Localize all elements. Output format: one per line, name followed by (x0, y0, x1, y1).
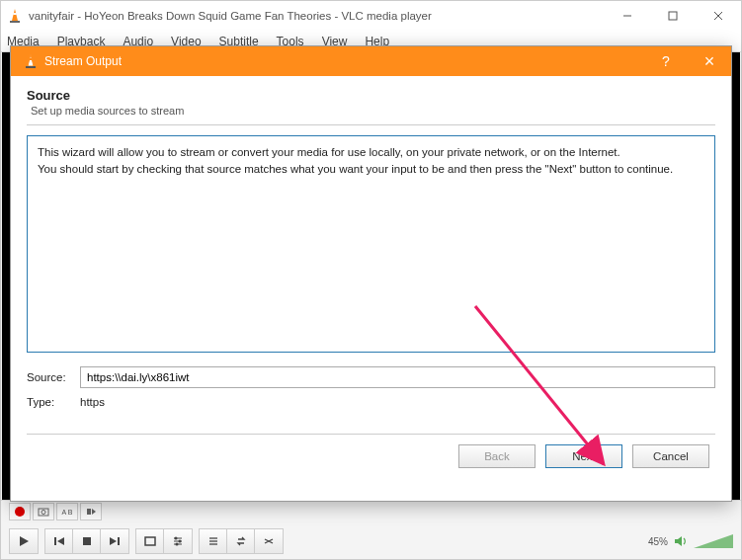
type-label: Type: (27, 396, 80, 408)
shuffle-button[interactable] (255, 529, 283, 553)
frame-step-button[interactable] (80, 503, 102, 520)
svg-marker-13 (57, 537, 64, 545)
window-title: vanityfair - HoYeon Breaks Down Squid Ga… (29, 10, 605, 22)
svg-point-21 (175, 537, 178, 540)
svg-rect-9 (87, 509, 91, 515)
volume-percent: 45% (648, 536, 668, 547)
stop-button[interactable] (73, 529, 101, 553)
close-button[interactable] (696, 1, 741, 31)
svg-marker-10 (92, 509, 96, 515)
source-label: Source: (27, 371, 80, 383)
svg-marker-11 (20, 536, 29, 546)
svg-rect-16 (118, 537, 120, 545)
vlc-icon (7, 8, 23, 24)
help-button[interactable]: ? (644, 46, 688, 76)
svg-marker-28 (678, 536, 682, 546)
svg-point-22 (179, 540, 182, 543)
speaker-icon[interactable] (674, 534, 688, 548)
play-button[interactable] (9, 528, 39, 554)
svg-rect-30 (29, 58, 32, 60)
maximize-button[interactable] (650, 1, 696, 31)
minimize-button[interactable] (605, 1, 650, 31)
info-box: This wizard will allow you to stream or … (27, 135, 715, 353)
svg-marker-15 (110, 537, 117, 545)
divider (27, 124, 715, 125)
playlist-button[interactable] (200, 529, 227, 553)
extended-settings-button[interactable] (164, 529, 192, 553)
svg-rect-1 (13, 13, 16, 15)
svg-rect-31 (26, 66, 36, 68)
fullscreen-button[interactable] (136, 529, 164, 553)
dialog-title: Stream Output (44, 54, 644, 68)
divider (27, 434, 715, 435)
svg-rect-2 (10, 21, 20, 23)
svg-rect-12 (54, 537, 56, 545)
next-button[interactable]: Next (545, 444, 622, 468)
source-input[interactable] (80, 366, 715, 388)
vlc-icon (23, 53, 39, 69)
dialog-titlebar[interactable]: Stream Output ? × (11, 46, 731, 76)
svg-rect-27 (675, 539, 678, 543)
next-button[interactable] (101, 529, 128, 553)
cancel-button[interactable]: Cancel (632, 444, 709, 468)
record-button[interactable] (9, 503, 31, 520)
svg-point-8 (41, 511, 45, 515)
dialog-close-button[interactable]: × (688, 46, 731, 76)
type-value: https (80, 396, 105, 408)
bottom-controls: A B 45% (1, 500, 741, 559)
section-subtitle: Set up media sources to stream (31, 105, 715, 117)
back-button[interactable]: Back (458, 444, 536, 468)
svg-rect-4 (669, 12, 677, 20)
stream-output-dialog: Stream Output ? × Source Set up media so… (10, 45, 732, 502)
loop-ab-button[interactable]: A B (56, 503, 78, 520)
loop-button[interactable] (227, 529, 255, 553)
section-title: Source (27, 88, 715, 103)
prev-button[interactable] (45, 529, 73, 553)
volume-slider[interactable] (694, 534, 733, 548)
window-controls (605, 1, 741, 31)
snapshot-button[interactable] (33, 503, 54, 520)
svg-point-23 (176, 543, 179, 546)
svg-rect-14 (83, 537, 91, 545)
info-line-1: This wizard will allow you to stream or … (38, 144, 704, 161)
info-line-2: You should start by checking that source… (38, 161, 704, 178)
main-titlebar: vanityfair - HoYeon Breaks Down Squid Ga… (1, 1, 741, 31)
svg-rect-17 (145, 537, 155, 545)
